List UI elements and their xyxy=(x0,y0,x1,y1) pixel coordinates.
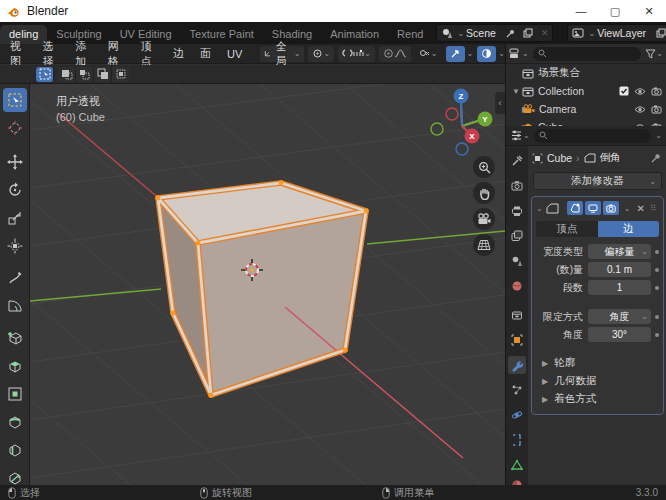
chevron-down-icon[interactable]: ⌄ xyxy=(467,49,474,58)
panel-expand-icon[interactable]: ⌄ xyxy=(536,204,543,213)
outliner-row-scene-collection[interactable]: 场景集合 xyxy=(506,64,666,82)
zoom-button[interactable] xyxy=(473,156,495,178)
eye-icon[interactable] xyxy=(634,87,646,96)
tab-collection-properties[interactable] xyxy=(508,306,526,324)
animate-dot[interactable] xyxy=(655,315,659,319)
section-shading[interactable]: ▶ 着色方式 xyxy=(532,390,663,408)
viewlayer-selector[interactable]: ⌄ ViewLayer ✕ xyxy=(567,24,666,42)
tool-inset-faces[interactable] xyxy=(3,382,27,406)
pan-button[interactable] xyxy=(473,182,495,204)
outliner-row-camera[interactable]: ▶ Camera xyxy=(506,100,666,118)
segments-input[interactable]: 1 xyxy=(588,280,651,295)
animate-dot[interactable] xyxy=(655,250,659,254)
tab-constraint-properties[interactable] xyxy=(508,431,526,449)
tool-bevel[interactable] xyxy=(3,410,27,434)
chevron-down-icon[interactable]: ⌄ xyxy=(522,49,529,58)
tab-object-data-properties[interactable] xyxy=(508,456,526,474)
render-visibility-icon[interactable] xyxy=(651,87,662,96)
tab-tool-properties[interactable] xyxy=(508,152,526,170)
tool-extrude-region[interactable] xyxy=(3,354,27,378)
maximize-button[interactable]: ▢ xyxy=(598,0,632,22)
tab-scene-properties[interactable] xyxy=(508,252,526,270)
width-type-dropdown[interactable]: 偏移量 ⌄ xyxy=(588,244,651,259)
menu-select[interactable]: 选择 xyxy=(35,39,68,69)
chevron-down-icon[interactable]: ⌄ xyxy=(655,131,662,140)
outliner-search-input[interactable] xyxy=(533,47,642,61)
filter-funnel-icon[interactable] xyxy=(645,49,656,59)
menu-uv[interactable]: UV xyxy=(219,48,250,60)
chevron-down-icon[interactable]: ⌄ xyxy=(523,131,530,140)
realtime-display-toggle[interactable] xyxy=(585,201,601,215)
chevron-down-icon[interactable]: ⌄ xyxy=(498,49,505,58)
tab-object-properties[interactable] xyxy=(508,331,526,349)
pivot-point-dropdown[interactable]: ⌄ xyxy=(308,46,334,62)
breadcrumb-object[interactable]: Cube xyxy=(547,152,572,164)
overlays-toggle[interactable] xyxy=(477,46,496,62)
tool-knife[interactable] xyxy=(3,466,27,485)
checkbox-icon[interactable] xyxy=(619,86,629,96)
select-mode-intersect-button[interactable] xyxy=(112,67,130,82)
viewport-3d[interactable]: 用户透视 (60) Cube Z Y X xyxy=(30,84,505,485)
tab-physics-properties[interactable] xyxy=(508,406,526,424)
add-modifier-button[interactable]: 添加修改器 ⌄ xyxy=(533,172,662,190)
section-profile[interactable]: ▶ 轮廓 xyxy=(532,354,663,372)
delete-modifier-icon[interactable]: ✕ xyxy=(636,203,644,214)
select-mode-subtract-button[interactable] xyxy=(94,67,112,82)
sidebar-toggle-arrow[interactable]: ‹ xyxy=(495,92,505,114)
animate-dot[interactable] xyxy=(655,268,659,272)
breadcrumb-modifier[interactable]: 倒角 xyxy=(600,151,621,165)
animate-dot[interactable] xyxy=(655,333,659,337)
scene-selector[interactable]: ⌄ Scene ✕ xyxy=(436,24,553,42)
outliner-row-cube[interactable]: ▶ Cube xyxy=(506,118,666,126)
tool-loop-cut[interactable] xyxy=(3,438,27,462)
affect-edges-tab[interactable]: 边 xyxy=(598,221,660,237)
new-viewlayer-icon[interactable] xyxy=(652,25,666,41)
modifier-extras-dropdown-icon[interactable]: ⌄ xyxy=(624,204,631,213)
tool-transform[interactable] xyxy=(3,234,27,258)
tab-render-properties[interactable] xyxy=(508,177,526,195)
transform-orientation-dropdown[interactable]: 全局 ⌄ xyxy=(260,46,304,62)
menu-face[interactable]: 面 xyxy=(192,46,219,61)
edit-mode-display-toggle[interactable] xyxy=(567,201,583,215)
visibility-dropdown[interactable]: ⌄ xyxy=(415,46,442,62)
chevron-down-icon[interactable]: ⌄ xyxy=(656,49,663,58)
tab-viewlayer-properties[interactable] xyxy=(508,227,526,245)
tab-texture-paint[interactable]: Texture Paint xyxy=(181,25,263,44)
tab-world-properties[interactable] xyxy=(508,277,526,295)
caret-expanded-icon[interactable]: ▼ xyxy=(512,87,522,96)
tab-render[interactable]: Rend xyxy=(388,25,432,44)
new-scene-icon[interactable] xyxy=(519,25,537,41)
tool-annotate[interactable] xyxy=(3,266,27,290)
gizmos-toggle[interactable] xyxy=(446,46,465,62)
animate-dot[interactable] xyxy=(655,286,659,290)
select-mode-extend-button[interactable] xyxy=(76,67,94,82)
angle-input[interactable]: 30° xyxy=(588,327,651,342)
tool-move[interactable] xyxy=(3,150,27,174)
menu-vertex[interactable]: 顶点 xyxy=(132,39,165,69)
tab-output-properties[interactable] xyxy=(508,202,526,220)
select-mode-tweak-button[interactable] xyxy=(36,67,54,82)
snap-controls[interactable]: ⌄ xyxy=(338,46,375,62)
tab-shading[interactable]: Shading xyxy=(263,25,321,44)
menu-view[interactable]: 视图 xyxy=(2,39,35,69)
menu-add[interactable]: 添加 xyxy=(67,39,100,69)
editor-type-icon[interactable] xyxy=(509,48,522,59)
camera-view-button[interactable] xyxy=(473,208,495,230)
render-visibility-icon[interactable] xyxy=(651,105,662,114)
editor-type-icon[interactable] xyxy=(510,130,523,141)
drag-handle-icon[interactable]: ⠿ xyxy=(650,204,657,213)
tool-rotate[interactable] xyxy=(3,178,27,202)
select-mode-new-button[interactable] xyxy=(58,67,76,82)
caret-collapsed-icon[interactable]: ▶ xyxy=(512,105,522,114)
affect-vertices-tab[interactable]: 顶点 xyxy=(536,221,598,237)
section-geometry[interactable]: ▶ 几何数据 xyxy=(532,372,663,390)
menu-mesh[interactable]: 网格 xyxy=(100,39,133,69)
tool-measure[interactable] xyxy=(3,294,27,318)
pin-icon[interactable] xyxy=(502,25,519,41)
limit-method-dropdown[interactable]: 角度 ⌄ xyxy=(588,309,651,324)
outliner-row-collection[interactable]: ▼ Collection xyxy=(506,82,666,100)
menu-edge[interactable]: 边 xyxy=(165,46,192,61)
proportional-editing-toggle[interactable] xyxy=(379,46,411,62)
amount-input[interactable]: 0.1 m xyxy=(588,262,651,277)
eye-icon[interactable] xyxy=(634,105,646,114)
